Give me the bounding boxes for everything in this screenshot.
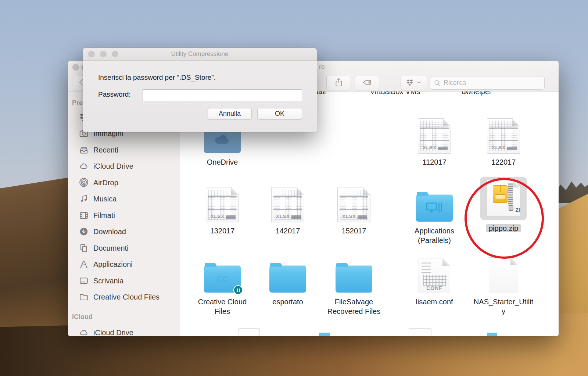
password-input[interactable] xyxy=(143,89,302,101)
sidebar-item-label: Filmati xyxy=(93,211,115,220)
xlsx-file-icon: XLSX xyxy=(206,187,239,222)
cloud-icon xyxy=(79,328,89,336)
file-esportato[interactable]: esportato xyxy=(257,257,319,307)
chevron-down-icon xyxy=(416,80,422,86)
creative-cloud-folder-icon xyxy=(204,265,241,293)
sync-paused-badge xyxy=(233,285,243,295)
desktop-icon xyxy=(79,276,89,286)
share-button[interactable] xyxy=(326,76,351,90)
tag-button[interactable] xyxy=(355,76,379,90)
folder-icon xyxy=(79,292,89,302)
file-142017[interactable]: XLSX 142017 xyxy=(257,186,319,236)
dialog-titlebar[interactable]: Utility Compressione xyxy=(83,48,317,61)
cloud-icon xyxy=(79,161,89,171)
airdrop-icon xyxy=(79,178,89,187)
file-applications-parallels[interactable]: Applications (Parallels) xyxy=(403,186,466,245)
sidebar-item-scrivania[interactable]: Scrivania xyxy=(68,273,180,289)
cancel-button[interactable]: Annulla xyxy=(208,108,252,119)
blank-file-icon xyxy=(489,257,518,293)
clipped-file-icon xyxy=(238,328,260,336)
file-122017[interactable]: XLSX 122017 xyxy=(472,117,535,167)
conf-file-icon: CONF xyxy=(419,258,450,293)
sidebar-item-label: Recenti xyxy=(93,146,118,154)
sidebar-item-icloud-drive-2[interactable]: iCloud Drive xyxy=(68,325,180,336)
clipped-folder-icon xyxy=(487,333,497,336)
xlsx-file-icon: XLSX xyxy=(337,187,370,222)
file-filesalvage-recovered-files[interactable]: FileSalvage Recovered Files xyxy=(323,257,385,316)
sidebar-header-icloud: iCloud xyxy=(72,313,93,321)
sidebar-item-creative-cloud-files[interactable]: Creative Cloud Files xyxy=(68,289,180,305)
file-132017[interactable]: XLSX 132017 xyxy=(191,186,254,236)
sidebar-item-applicazioni[interactable]: Applicazioni xyxy=(68,256,180,272)
applications-icon xyxy=(79,259,89,269)
download-icon xyxy=(79,227,89,236)
sidebar-item-label: Scrivania xyxy=(93,277,123,285)
folder-icon xyxy=(269,265,306,293)
file-152017[interactable]: XLSX 152017 xyxy=(323,186,385,236)
clipped-file-icon xyxy=(409,328,431,336)
recents-icon xyxy=(79,145,89,155)
tag-icon xyxy=(362,78,372,89)
xlsx-file-icon: XLSX xyxy=(271,187,304,222)
sidebar-item-label: iCloud Drive xyxy=(93,162,133,171)
parallels-folder-icon xyxy=(416,194,453,222)
folder-icon xyxy=(336,265,372,293)
search-field xyxy=(430,76,545,90)
documents-icon xyxy=(79,243,89,253)
sidebar-item-label: Download xyxy=(93,228,126,236)
sidebar-item-airdrop[interactable]: AirDrop xyxy=(68,175,180,191)
password-label: Password: xyxy=(98,90,131,99)
close-button[interactable] xyxy=(72,64,79,71)
dialog-message: Inserisci la password per “.DS_Store”. xyxy=(98,74,216,82)
clipped-folder-icon xyxy=(319,333,330,336)
file-lisaem-conf[interactable]: CONF lisaem.conf xyxy=(403,257,466,307)
sidebar-item-filmati[interactable]: Filmati xyxy=(68,207,180,223)
sidebar-item-documenti[interactable]: Documenti xyxy=(68,240,180,256)
music-note-icon xyxy=(79,194,89,204)
sidebar-item-label: Documenti xyxy=(93,244,129,253)
window-title: ro xyxy=(319,63,325,71)
xlsx-file-icon: XLSX xyxy=(418,118,451,154)
file-creative-cloud-files[interactable]: Creative Cloud Files xyxy=(191,257,254,316)
search-input[interactable] xyxy=(430,76,544,89)
dropbox-menu-button[interactable] xyxy=(401,76,427,90)
xlsx-file-icon: XLSX xyxy=(487,118,520,154)
share-icon xyxy=(334,78,344,89)
film-icon xyxy=(79,211,89,220)
file-112017[interactable]: XLSX 112017 xyxy=(403,117,466,167)
ok-button[interactable]: OK xyxy=(257,108,302,119)
sidebar-item-label: iCloud Drive xyxy=(93,329,133,337)
sidebar-item-musica[interactable]: Musica xyxy=(68,191,180,207)
sidebar-item-label: Applicazioni xyxy=(93,260,133,269)
sidebar-item-icloud-drive[interactable]: iCloud Drive xyxy=(68,158,180,174)
compression-utility-dialog: Utility Compressione Inserisci la passwo… xyxy=(83,48,317,132)
dropbox-icon xyxy=(406,79,413,87)
sidebar-item-download[interactable]: Download xyxy=(68,223,180,240)
sidebar-item-label: AirDrop xyxy=(93,179,118,187)
desktop: ro xyxy=(0,0,588,376)
file-nas-starter-utility[interactable]: NAS_Starter_Utility xyxy=(472,257,535,316)
sidebar-item-label: Creative Cloud Files xyxy=(93,293,159,301)
sidebar-item-recenti[interactable]: Recenti xyxy=(68,142,180,158)
dialog-title: Utility Compressione xyxy=(83,50,317,58)
sidebar-item-label: Musica xyxy=(93,195,116,203)
